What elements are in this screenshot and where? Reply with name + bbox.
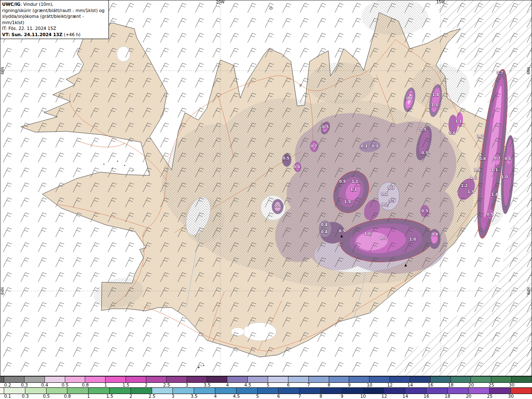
legend-bar-sleet: [0, 376, 532, 383]
legend-tick-label: 18: [445, 394, 450, 399]
legend-cell: [67, 388, 89, 394]
precip-value-label: 0.2: [381, 192, 388, 196]
precip-value-label: 0.8: [479, 157, 486, 161]
legend-cell: [363, 388, 384, 394]
legend-tick-label: 25: [489, 382, 494, 387]
precip-value-label: 1.1: [455, 119, 462, 123]
legend-cell: [187, 377, 207, 382]
legend-cell: [451, 377, 471, 382]
legend-tick-label: 20: [466, 394, 471, 399]
precip-value-label: 0.7: [310, 144, 317, 148]
precip-value-label: 0.6: [274, 204, 281, 208]
legend-tick-label: 16: [424, 394, 429, 399]
legend-tick-label: 7: [307, 382, 310, 387]
legend-tick-label: 3: [172, 394, 175, 399]
legend-bar-rain: [0, 387, 532, 394]
legend-tick-label: 4.5: [233, 394, 240, 399]
legend-tick-label: 8: [328, 382, 330, 387]
longitude-label: 15W: [436, 0, 445, 4]
legend-tick-label: 16: [428, 382, 433, 387]
legend-cell: [167, 377, 187, 382]
legend-tick-label: 6: [277, 394, 280, 399]
wind-barb-field: [0, 0, 532, 376]
precip-value-label: 0.5: [322, 125, 329, 129]
legend-tick-label: 18: [448, 382, 453, 387]
precip-value-label: 0.5: [339, 180, 346, 184]
precip-value-label: 0.3: [372, 144, 378, 148]
legend-tick-label: 4: [214, 394, 217, 399]
legend-cell: [207, 377, 227, 382]
precip-value-label: 1.1: [352, 180, 358, 184]
info-line-1: UWC/IG: Vindur (10m),: [2, 1, 106, 7]
legend-cell: [194, 388, 215, 394]
legend-cell: [236, 388, 258, 394]
legend-tick-label: 10: [367, 382, 372, 387]
legend-cell: [25, 377, 45, 382]
legend-tick-label: 0.3: [21, 382, 28, 387]
legend-cell: [0, 388, 4, 394]
precip-value-label: 0.5: [421, 209, 428, 213]
legend-tick-label: 2.5: [148, 394, 155, 399]
weather-map-page: 0.71.41.11.10.50.60.50.71.70.81.81.60.70…: [0, 0, 532, 399]
precip-value-label: 1.6: [470, 176, 477, 180]
info-line-it: IT: Fös. 22. 11. 2024 15Z: [2, 25, 106, 32]
precip-value-label: 1.0: [409, 237, 416, 241]
legend-cell: [309, 377, 329, 382]
legend-tick-label: 4: [226, 382, 229, 387]
latitude-label: 66N: [0, 67, 5, 74]
legend-tick-label: 0.1: [4, 394, 11, 399]
precip-value-label: 1.7: [477, 134, 483, 138]
legend-cell: [268, 377, 288, 382]
info-line-3: slydda/snjókoma (grátt/bleikt/grænt - mm…: [2, 13, 106, 25]
legend-cell: [349, 377, 369, 382]
legend-cell: [146, 377, 167, 382]
precip-value-label: 0.6: [449, 131, 456, 135]
legend-tick-label: 25: [487, 394, 493, 399]
legend-cell: [110, 388, 131, 394]
map-canvas: [0, 0, 532, 376]
legend-cell: [258, 388, 279, 394]
precip-value-label: 0.4: [321, 223, 328, 227]
legend-cell: [106, 377, 126, 382]
latitude-label: 64N: [527, 287, 531, 295]
precip-value-label: 0.8: [293, 165, 300, 169]
precip-value-label: 1.1: [491, 168, 498, 172]
legend-cell: [288, 377, 309, 382]
legend-tick-label: 3: [185, 382, 188, 387]
legend-tick-label: 1.5: [106, 394, 113, 399]
forecast-info-box: UWC/IG: Vindur (10m), rigning/skúrir (gr…: [0, 0, 109, 39]
product-name: UWC/IG: [2, 2, 20, 7]
legend-tick-label: 0.8: [82, 382, 89, 387]
legend-tick-label: 4.5: [244, 382, 251, 387]
precip-value-label: 0.7: [497, 71, 503, 75]
precip-value-label: 0.5: [339, 229, 345, 233]
legend-cell: [89, 388, 110, 394]
legend-tick-label: 20: [468, 382, 474, 387]
legend-cell: [173, 388, 194, 394]
legend-tick-label: 30: [508, 394, 514, 399]
longitude-label: 20W: [216, 0, 224, 4]
legend-cell: [426, 388, 448, 394]
legend-cell: [471, 377, 491, 382]
legend-cell: [491, 377, 512, 382]
precip-value-label: 0.3: [389, 199, 395, 203]
legend-tick-label: 14: [403, 394, 408, 399]
precip-value-label: 0.5: [283, 156, 289, 160]
legend-tick-label: 2.5: [163, 382, 170, 387]
legend-tick-label: 2: [129, 394, 132, 399]
precip-value-label: 0.5: [487, 212, 493, 217]
legend-tick-label: 8: [320, 394, 323, 399]
precip-value-label: 1.0: [501, 175, 508, 179]
precip-value-label: 0.2: [382, 202, 388, 207]
legend-cell: [126, 377, 146, 382]
precipitation-legend: 0.20.30.40.50.811.522.533.544.5567891012…: [0, 376, 532, 399]
info-line-vt: VT: Sun. 24.11.2024 13Z (+46 h): [2, 32, 106, 38]
legend-cell: [329, 377, 350, 382]
legend-tick-label: 9: [340, 394, 343, 399]
legend-tick-label: 0.5: [43, 394, 50, 399]
legend-cell: [85, 377, 106, 382]
legend-cell: [300, 388, 321, 394]
precip-value-label: 0.7: [406, 96, 413, 101]
legend-tick-label: 3.5: [191, 394, 198, 399]
legend-cell: [152, 388, 173, 394]
